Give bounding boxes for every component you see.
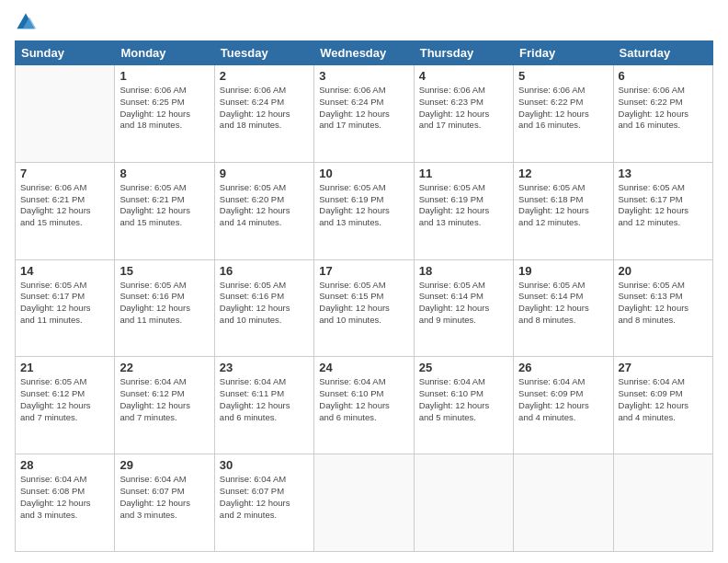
- day-info: Sunrise: 6:06 AM Sunset: 6:22 PM Dayligh…: [518, 85, 608, 132]
- calendar-cell: 6Sunrise: 6:06 AM Sunset: 6:22 PM Daylig…: [613, 65, 712, 163]
- page: SundayMondayTuesdayWednesdayThursdayFrid…: [0, 0, 728, 563]
- day-number: 20: [619, 264, 708, 278]
- calendar-cell: 1Sunrise: 6:06 AM Sunset: 6:25 PM Daylig…: [115, 65, 214, 163]
- day-info: Sunrise: 6:06 AM Sunset: 6:21 PM Dayligh…: [20, 182, 109, 229]
- day-info: Sunrise: 6:05 AM Sunset: 6:19 PM Dayligh…: [419, 182, 508, 229]
- day-info: Sunrise: 6:04 AM Sunset: 6:11 PM Dayligh…: [220, 376, 309, 423]
- calendar-cell: 14Sunrise: 6:05 AM Sunset: 6:17 PM Dayli…: [16, 259, 115, 357]
- day-info: Sunrise: 6:05 AM Sunset: 6:20 PM Dayligh…: [220, 182, 309, 229]
- calendar-cell: 20Sunrise: 6:05 AM Sunset: 6:13 PM Dayli…: [613, 259, 712, 357]
- day-number: 16: [220, 264, 309, 278]
- day-info: Sunrise: 6:05 AM Sunset: 6:15 PM Dayligh…: [319, 280, 408, 327]
- calendar-cell: 26Sunrise: 6:04 AM Sunset: 6:09 PM Dayli…: [514, 357, 613, 454]
- calendar-cell: 7Sunrise: 6:06 AM Sunset: 6:21 PM Daylig…: [16, 162, 115, 259]
- calendar-cell: 29Sunrise: 6:04 AM Sunset: 6:07 PM Dayli…: [115, 454, 214, 552]
- calendar-cell: 9Sunrise: 6:05 AM Sunset: 6:20 PM Daylig…: [214, 162, 313, 259]
- day-number: 3: [319, 69, 408, 83]
- day-info: Sunrise: 6:04 AM Sunset: 6:12 PM Dayligh…: [119, 376, 209, 423]
- day-info: Sunrise: 6:05 AM Sunset: 6:13 PM Dayligh…: [619, 280, 708, 327]
- day-info: Sunrise: 6:04 AM Sunset: 6:10 PM Dayligh…: [419, 376, 508, 423]
- day-info: Sunrise: 6:06 AM Sunset: 6:24 PM Dayligh…: [319, 85, 408, 132]
- calendar-cell: 11Sunrise: 6:05 AM Sunset: 6:19 PM Dayli…: [414, 162, 513, 259]
- day-info: Sunrise: 6:04 AM Sunset: 6:09 PM Dayligh…: [619, 376, 708, 423]
- day-number: 19: [518, 264, 608, 278]
- col-header-thursday: Thursday: [414, 41, 513, 65]
- day-info: Sunrise: 6:05 AM Sunset: 6:16 PM Dayligh…: [119, 280, 209, 327]
- day-number: 26: [518, 361, 608, 374]
- col-header-tuesday: Tuesday: [214, 41, 313, 65]
- logo-icon: [15, 11, 37, 33]
- day-number: 17: [319, 264, 408, 278]
- calendar-cell: [414, 454, 513, 552]
- calendar-cell: 3Sunrise: 6:06 AM Sunset: 6:24 PM Daylig…: [314, 65, 414, 163]
- calendar-cell: 27Sunrise: 6:04 AM Sunset: 6:09 PM Dayli…: [613, 357, 712, 454]
- calendar-cell: 23Sunrise: 6:04 AM Sunset: 6:11 PM Dayli…: [214, 357, 313, 454]
- calendar-cell: [613, 454, 712, 552]
- day-number: 23: [220, 361, 309, 374]
- calendar-cell: [514, 454, 613, 552]
- day-number: 27: [619, 361, 708, 374]
- day-info: Sunrise: 6:05 AM Sunset: 6:17 PM Dayligh…: [20, 280, 109, 327]
- calendar-cell: 16Sunrise: 6:05 AM Sunset: 6:16 PM Dayli…: [214, 259, 313, 357]
- day-info: Sunrise: 6:05 AM Sunset: 6:18 PM Dayligh…: [518, 182, 608, 229]
- calendar-cell: 28Sunrise: 6:04 AM Sunset: 6:08 PM Dayli…: [16, 454, 115, 552]
- calendar-cell: [16, 65, 115, 163]
- col-header-wednesday: Wednesday: [314, 41, 414, 65]
- calendar-cell: 17Sunrise: 6:05 AM Sunset: 6:15 PM Dayli…: [314, 259, 414, 357]
- day-number: 24: [319, 361, 408, 374]
- day-number: 18: [419, 264, 508, 278]
- col-header-sunday: Sunday: [16, 41, 115, 65]
- day-info: Sunrise: 6:05 AM Sunset: 6:16 PM Dayligh…: [220, 280, 309, 327]
- day-info: Sunrise: 6:06 AM Sunset: 6:24 PM Dayligh…: [220, 85, 309, 132]
- day-info: Sunrise: 6:05 AM Sunset: 6:17 PM Dayligh…: [619, 182, 708, 229]
- calendar-cell: 25Sunrise: 6:04 AM Sunset: 6:10 PM Dayli…: [414, 357, 513, 454]
- calendar-cell: 21Sunrise: 6:05 AM Sunset: 6:12 PM Dayli…: [16, 357, 115, 454]
- day-number: 1: [119, 69, 209, 83]
- calendar-table: SundayMondayTuesdayWednesdayThursdayFrid…: [15, 40, 713, 552]
- day-number: 14: [20, 264, 109, 278]
- calendar-cell: 12Sunrise: 6:05 AM Sunset: 6:18 PM Dayli…: [514, 162, 613, 259]
- calendar-cell: 2Sunrise: 6:06 AM Sunset: 6:24 PM Daylig…: [214, 65, 313, 163]
- calendar-cell: 18Sunrise: 6:05 AM Sunset: 6:14 PM Dayli…: [414, 259, 513, 357]
- calendar-cell: 8Sunrise: 6:05 AM Sunset: 6:21 PM Daylig…: [115, 162, 214, 259]
- day-number: 29: [119, 458, 209, 472]
- day-info: Sunrise: 6:04 AM Sunset: 6:10 PM Dayligh…: [319, 376, 408, 423]
- day-info: Sunrise: 6:05 AM Sunset: 6:21 PM Dayligh…: [119, 182, 209, 229]
- day-info: Sunrise: 6:06 AM Sunset: 6:22 PM Dayligh…: [619, 85, 708, 132]
- day-info: Sunrise: 6:04 AM Sunset: 6:07 PM Dayligh…: [119, 474, 209, 521]
- calendar-cell: [314, 454, 414, 552]
- day-info: Sunrise: 6:05 AM Sunset: 6:19 PM Dayligh…: [319, 182, 408, 229]
- day-number: 25: [419, 361, 508, 374]
- calendar-cell: 15Sunrise: 6:05 AM Sunset: 6:16 PM Dayli…: [115, 259, 214, 357]
- calendar-cell: 13Sunrise: 6:05 AM Sunset: 6:17 PM Dayli…: [613, 162, 712, 259]
- calendar-cell: 24Sunrise: 6:04 AM Sunset: 6:10 PM Dayli…: [314, 357, 414, 454]
- calendar-cell: 19Sunrise: 6:05 AM Sunset: 6:14 PM Dayli…: [514, 259, 613, 357]
- calendar-cell: 4Sunrise: 6:06 AM Sunset: 6:23 PM Daylig…: [414, 65, 513, 163]
- logo: [15, 11, 40, 33]
- day-info: Sunrise: 6:05 AM Sunset: 6:14 PM Dayligh…: [419, 280, 508, 327]
- day-number: 28: [20, 458, 109, 472]
- day-info: Sunrise: 6:04 AM Sunset: 6:07 PM Dayligh…: [220, 474, 309, 521]
- col-header-saturday: Saturday: [613, 41, 712, 65]
- calendar-cell: 22Sunrise: 6:04 AM Sunset: 6:12 PM Dayli…: [115, 357, 214, 454]
- day-number: 9: [220, 167, 309, 180]
- calendar-cell: 30Sunrise: 6:04 AM Sunset: 6:07 PM Dayli…: [214, 454, 313, 552]
- day-info: Sunrise: 6:06 AM Sunset: 6:23 PM Dayligh…: [419, 85, 508, 132]
- day-info: Sunrise: 6:04 AM Sunset: 6:08 PM Dayligh…: [20, 474, 109, 521]
- day-number: 21: [20, 361, 109, 374]
- day-number: 12: [518, 167, 608, 180]
- day-number: 22: [119, 361, 209, 374]
- day-number: 10: [319, 167, 408, 180]
- day-number: 6: [619, 69, 708, 83]
- day-number: 7: [20, 167, 109, 180]
- day-number: 4: [419, 69, 508, 83]
- day-number: 5: [518, 69, 608, 83]
- day-info: Sunrise: 6:05 AM Sunset: 6:14 PM Dayligh…: [518, 280, 608, 327]
- header: [15, 11, 713, 33]
- col-header-friday: Friday: [514, 41, 613, 65]
- day-number: 15: [119, 264, 209, 278]
- col-header-monday: Monday: [115, 41, 214, 65]
- calendar-cell: 5Sunrise: 6:06 AM Sunset: 6:22 PM Daylig…: [514, 65, 613, 163]
- day-number: 8: [119, 167, 209, 180]
- day-number: 13: [619, 167, 708, 180]
